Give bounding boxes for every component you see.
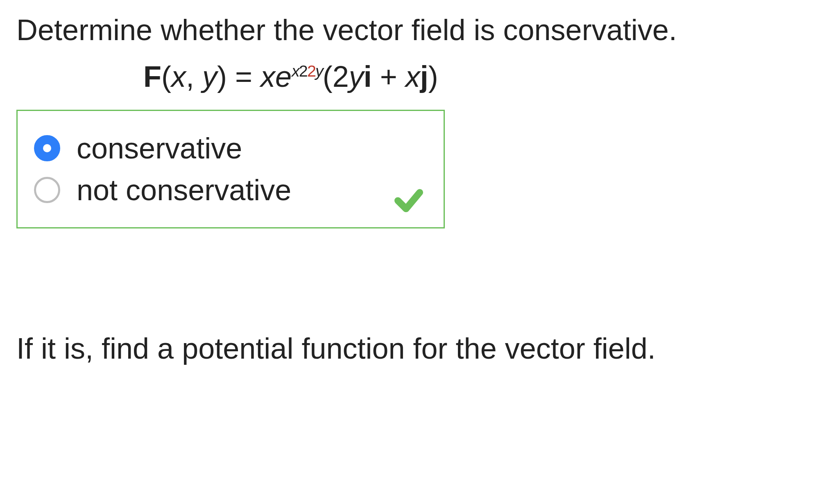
formula-sup-2b: 2 xyxy=(307,62,315,80)
question-block: Determine whether the vector field is co… xyxy=(0,0,838,387)
followup-prompt: If it is, find a potential function for … xyxy=(16,331,822,366)
formula-comma: , xyxy=(186,60,202,93)
formula-sup-2a: 2 xyxy=(299,62,307,80)
formula-close: ) xyxy=(428,60,438,93)
formula-plus: + xyxy=(372,60,405,93)
radio-option-conservative[interactable]: conservative xyxy=(34,131,431,165)
option-label: not conservative xyxy=(77,173,291,207)
formula-F: F xyxy=(143,60,161,93)
formula-open: ( xyxy=(323,60,333,93)
formula-e: e xyxy=(275,60,292,93)
radio-selected-icon xyxy=(34,135,60,161)
formula-arg-y: y xyxy=(202,60,217,93)
formula-exponent: x22y xyxy=(292,62,323,80)
answer-box: conservative not conservative xyxy=(16,110,445,228)
option-label: conservative xyxy=(77,131,242,165)
formula-i: i xyxy=(364,60,372,93)
formula-coef-x: x xyxy=(260,60,275,93)
formula-sup-y: y xyxy=(315,62,323,80)
formula-sup-x: x xyxy=(292,62,299,80)
formula-y: y xyxy=(349,60,364,93)
formula-eq: ) = xyxy=(217,60,260,93)
vector-field-formula: F(x, y) = xex22y(2yi + xj) xyxy=(143,60,822,93)
question-prompt: Determine whether the vector field is co… xyxy=(16,12,822,47)
formula-paren-open: ( xyxy=(161,60,171,93)
radio-empty-icon xyxy=(34,177,60,203)
correct-check-icon xyxy=(392,184,425,217)
formula-arg-x: x xyxy=(171,60,186,93)
formula-j: j xyxy=(420,60,428,93)
radio-option-not-conservative[interactable]: not conservative xyxy=(34,173,431,207)
formula-x2: x xyxy=(405,60,420,93)
formula-two: 2 xyxy=(333,60,349,93)
